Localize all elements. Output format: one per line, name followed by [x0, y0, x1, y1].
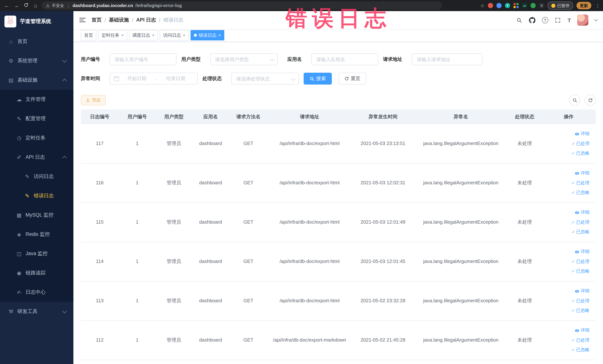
- sidebar-item-scheduled-jobs[interactable]: ◷ 定时任务: [0, 128, 73, 148]
- user-type-select[interactable]: [210, 53, 278, 65]
- table-row: 114 1 管理员 dashboard GET /api/infra/db-do…: [81, 242, 596, 282]
- sidebar-item-mysql-monitor[interactable]: ▦ MySQL 监控: [0, 205, 73, 225]
- exception-time-range-picker[interactable]: 开始日期 - 结束日期: [110, 73, 197, 84]
- browser-home-icon[interactable]: ⌂: [32, 0, 39, 11]
- processed-link[interactable]: ✓已处理: [572, 180, 590, 186]
- help-icon[interactable]: ?: [542, 17, 548, 23]
- tab-access-log[interactable]: 访问日志×: [160, 30, 189, 40]
- refresh-table-button[interactable]: [585, 94, 596, 106]
- update-button[interactable]: 更新: [577, 2, 591, 9]
- processed-link[interactable]: ✓已处理: [572, 337, 590, 344]
- sidebar-item-dev-tools[interactable]: ⚒ 研发工具: [0, 302, 73, 321]
- extension-grid-icon[interactable]: [513, 3, 519, 8]
- grid-icon: ▤: [8, 77, 14, 83]
- extension-icon-3[interactable]: Y: [505, 3, 510, 8]
- eye-icon: [575, 289, 580, 294]
- close-icon[interactable]: ×: [183, 33, 185, 38]
- tab-scheduled-jobs[interactable]: 定时任务×: [98, 30, 127, 40]
- search-button[interactable]: 搜索: [304, 73, 332, 84]
- close-icon[interactable]: ×: [218, 33, 221, 38]
- export-button[interactable]: 导出: [81, 95, 106, 105]
- sidebar-item-config-manage[interactable]: ✎ 配置管理: [0, 109, 73, 128]
- sidebar-item-java-monitor[interactable]: ◫ Java 监控: [0, 244, 73, 263]
- avatar-caret-icon[interactable]: [594, 17, 598, 21]
- breadcrumb-home[interactable]: 首页: [92, 17, 102, 23]
- toggle-search-button[interactable]: [569, 94, 580, 106]
- table-row: 112 1 管理员 dashboard GET /api/infra/db-do…: [81, 321, 596, 360]
- reset-button[interactable]: 重置: [338, 73, 366, 84]
- extension-on-badge[interactable]: on: [522, 3, 527, 8]
- font-size-icon[interactable]: T: [568, 17, 571, 23]
- processed-link[interactable]: ✓已处理: [572, 219, 590, 226]
- ignored-link[interactable]: ✓已忽略: [572, 189, 590, 196]
- processed-link[interactable]: ✓已处理: [572, 141, 590, 147]
- app-name-input[interactable]: [312, 53, 378, 65]
- diamond-icon: ◈: [16, 231, 22, 237]
- breadcrumb-infra[interactable]: 基础设施: [109, 17, 129, 23]
- paused-pill[interactable]: 已暂停: [548, 1, 573, 10]
- exception-time-label: 异常时间: [81, 75, 100, 82]
- process-status-select[interactable]: [231, 73, 299, 84]
- detail-link[interactable]: 详细: [575, 209, 590, 216]
- sidebar-item-infra[interactable]: ▤ 基础设施: [0, 70, 73, 90]
- detail-link[interactable]: 详细: [575, 170, 590, 176]
- sidebar-item-system[interactable]: ⚙ 系统管理: [0, 51, 73, 70]
- edit-square-icon: ✎: [24, 174, 30, 179]
- processed-link[interactable]: ✓已处理: [572, 298, 590, 304]
- monitor-icon: ◫: [16, 251, 22, 257]
- sidebar-item-trace[interactable]: ◉ 链路追踪: [0, 263, 73, 282]
- extension-icon-1[interactable]: [488, 3, 493, 8]
- request-url-input[interactable]: [412, 53, 482, 65]
- github-icon[interactable]: [529, 17, 536, 23]
- ignored-link[interactable]: ✓已忽略: [572, 229, 590, 235]
- detail-link[interactable]: 详细: [575, 327, 590, 334]
- extension-icon-2[interactable]: [496, 3, 502, 8]
- tools-icon: ⚒: [8, 309, 14, 315]
- address-bar[interactable]: ⚠ 不安全 | dashboard.yudao.iocoder.cn/infra…: [42, 1, 442, 10]
- bookmark-star-icon[interactable]: ☆: [480, 3, 485, 8]
- close-icon[interactable]: ×: [152, 33, 155, 38]
- ignored-link[interactable]: ✓已忽略: [572, 150, 590, 157]
- detail-link[interactable]: 详细: [575, 288, 590, 294]
- avatar[interactable]: [577, 14, 588, 26]
- ignored-link[interactable]: ✓已忽略: [572, 347, 590, 353]
- back-icon[interactable]: ←: [3, 0, 10, 11]
- sidebar-item-redis-monitor[interactable]: ◈ Redis 监控: [0, 225, 73, 244]
- processed-link[interactable]: ✓已处理: [572, 258, 590, 265]
- tab-home[interactable]: 首页: [81, 30, 96, 40]
- sidebar-item-error-log[interactable]: ✎ 错误日志: [0, 186, 73, 205]
- user-type-label: 用户类型: [181, 56, 201, 63]
- sidebar-item-home[interactable]: ⌂ 首页: [0, 32, 73, 51]
- browser-menu-icon[interactable]: ⋮: [595, 3, 600, 8]
- check-icon: ✓: [572, 269, 575, 274]
- user-id-input[interactable]: [110, 53, 176, 65]
- extension-icon-4[interactable]: [531, 3, 536, 8]
- check-icon: ✓: [572, 141, 575, 147]
- chevron-up-icon: [62, 79, 67, 83]
- log-icon: ✐: [16, 154, 22, 160]
- sidebar-item-file-manage[interactable]: ☁ 文件管理: [0, 90, 73, 109]
- detail-link[interactable]: 详细: [575, 249, 590, 255]
- app-logo[interactable]: 芋道管理系统: [0, 11, 73, 32]
- tab-error-log[interactable]: 错误日志×: [191, 30, 224, 40]
- sidebar-collapse-icon[interactable]: [79, 17, 86, 23]
- extension-pin-icon[interactable]: ⚲: [539, 3, 544, 8]
- sidebar-item-access-log[interactable]: ✎ 访问日志: [0, 167, 73, 186]
- forward-icon[interactable]: →: [13, 0, 20, 11]
- search-icon[interactable]: [516, 17, 523, 23]
- close-icon[interactable]: ×: [121, 33, 124, 38]
- sidebar-item-api-log[interactable]: ✐ API 日志: [0, 148, 73, 167]
- eye-icon: [575, 171, 580, 176]
- ignored-link[interactable]: ✓已忽略: [572, 268, 590, 275]
- breadcrumb-api-log[interactable]: API 日志: [136, 17, 156, 23]
- date-start-placeholder: 开始日期: [119, 75, 155, 82]
- ignored-link[interactable]: ✓已忽略: [572, 307, 590, 314]
- detail-link[interactable]: 详细: [575, 131, 590, 137]
- logo-image: [4, 16, 16, 27]
- tab-schedule-log[interactable]: 调度日志×: [129, 30, 158, 40]
- fullscreen-icon[interactable]: [555, 17, 561, 23]
- sidebar-item-log-center[interactable]: ✍ 日志中心: [0, 282, 73, 302]
- reload-icon[interactable]: [22, 0, 30, 11]
- url-host: dashboard.yudao.iocoder.cn: [72, 3, 133, 8]
- not-secure-warning-icon: ⚠: [46, 3, 50, 8]
